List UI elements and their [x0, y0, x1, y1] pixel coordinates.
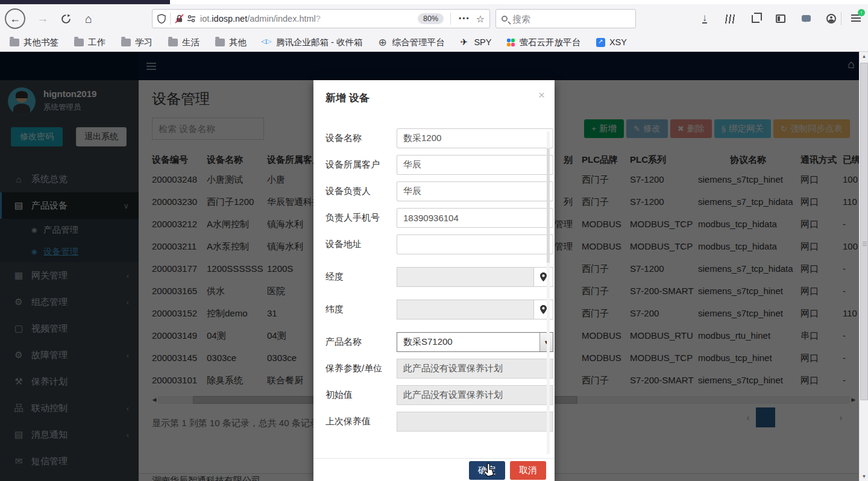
library-icon[interactable]	[725, 13, 735, 24]
tencent-mail-icon	[262, 39, 272, 46]
back-icon: ←	[5, 8, 25, 29]
globe-icon	[378, 39, 388, 46]
map-marker-button[interactable]	[533, 300, 553, 319]
form-field-row: 纬度	[326, 300, 542, 319]
product-select[interactable]: 数采S71200 ▼	[397, 332, 553, 352]
field-label: 设备所属客户	[326, 159, 397, 171]
download-icon[interactable]: ↓	[699, 13, 710, 24]
disabled-input: 此产品没有设置保养计划	[397, 359, 553, 379]
browser-vertical-scrollbar[interactable]: ▲ ▼	[859, 52, 868, 481]
spy-icon	[460, 39, 470, 46]
scroll-down-icon[interactable]: ▼	[860, 474, 868, 479]
bookmark-item[interactable]: 萤石云开放平台	[507, 37, 580, 48]
browser-search-box[interactable]	[495, 9, 636, 28]
browser-search-input[interactable]	[512, 14, 621, 24]
field-label: 设备名称	[326, 133, 397, 144]
field-label: 保养参数/单位	[326, 363, 397, 374]
url-text[interactable]: iot.idosp.net/admin/index.html?	[200, 14, 418, 24]
reload-button[interactable]	[57, 4, 75, 33]
field-label: 设备地址	[326, 239, 397, 250]
field-label: 初始值	[326, 389, 397, 401]
browser-window: ← → ⌂ iot.idosp.net/ad	[0, 0, 868, 481]
form-field-row: 设备地址	[326, 234, 542, 254]
bookmark-label: 综合管理平台	[392, 37, 444, 48]
update-badge-icon: ↑	[858, 9, 865, 16]
messages-icon[interactable]	[800, 13, 811, 24]
folder-icon	[10, 39, 19, 46]
form-field-row: 负责人手机号 18390936104	[326, 208, 542, 228]
close-icon[interactable]: ×	[538, 89, 545, 102]
zoom-badge[interactable]: 80%	[418, 13, 444, 24]
bookmark-item[interactable]: 其他书签	[10, 37, 58, 48]
bookmark-item[interactable]: XSY	[596, 37, 627, 47]
disabled-input	[397, 412, 553, 432]
sidebar-panel-icon[interactable]	[775, 13, 786, 24]
search-icon	[502, 16, 508, 22]
home-button[interactable]: ⌂	[80, 4, 98, 33]
divider	[450, 13, 451, 25]
text-input[interactable]: 数采1200	[397, 128, 553, 148]
bookmarks-bar: 其他书签 工作 学习 生活 其他 腾讯企业邮箱 - 收件箱 综合管理平台	[0, 33, 868, 52]
shield-icon[interactable]	[157, 14, 166, 24]
home-icon: ⌂	[85, 12, 92, 26]
form-field-row: 设备名称 数采1200	[326, 128, 542, 148]
text-input[interactable]	[397, 234, 553, 254]
scroll-up-icon[interactable]: ▲	[860, 54, 868, 59]
bookmark-label: 工作	[88, 37, 105, 48]
bookmark-item[interactable]: 生活	[168, 37, 200, 48]
form-field-row: 产品名称 数采S71200	[326, 332, 542, 352]
text-input[interactable]: 18390936104	[397, 208, 553, 228]
divider	[841, 12, 841, 25]
bookmark-label: 萤石云开放平台	[519, 37, 580, 48]
web-page: ⌂ hignton2019 系统管理员 修改密码 退出系统 ⌂ 系统总览 ▤ 产…	[0, 52, 868, 481]
chevron-down-icon[interactable]: ▼	[539, 333, 553, 351]
modal-title: 新增 设备	[326, 92, 370, 104]
modal-scrollbar[interactable]	[547, 131, 550, 454]
bookmark-item[interactable]: 其他	[215, 37, 247, 48]
screenshot-icon[interactable]	[750, 13, 761, 24]
bookmark-item[interactable]: 腾讯企业邮箱 - 收件箱	[262, 37, 362, 48]
bookmark-item[interactable]: 工作	[74, 37, 105, 48]
field-label: 纬度	[326, 304, 397, 315]
scrollbar-thumb[interactable]	[860, 63, 868, 400]
modal-body: 设备名称 数采1200	[313, 114, 555, 432]
form-field-row: 初始值 此产品没有设置保养计划	[326, 385, 542, 405]
text-input[interactable]: 华辰	[397, 181, 553, 201]
ezviz-icon	[507, 39, 515, 46]
xsy-icon	[596, 38, 605, 47]
bookmark-label: 生活	[182, 37, 200, 48]
menu-icon[interactable]: ↑	[851, 13, 862, 25]
url-bar[interactable]: iot.idosp.net/admin/index.html? 80% ••• …	[152, 9, 490, 28]
map-marker-button[interactable]	[533, 267, 553, 287]
form-field-row: 保养参数/单位 此产品没有设置保养计划	[326, 359, 542, 379]
add-device-modal: 新增 设备 × 设备名称 数采1200	[313, 80, 555, 481]
account-icon[interactable]	[826, 13, 837, 24]
bookmark-label: 腾讯企业邮箱 - 收件箱	[276, 37, 362, 48]
bookmark-label: 其他书签	[24, 37, 58, 48]
lock-slash-icon[interactable]	[175, 14, 184, 24]
field-label: 经度	[326, 271, 397, 283]
modal-footer: 确定 取消	[313, 458, 555, 481]
bookmark-item[interactable]: 综合管理平台	[378, 37, 444, 48]
field-label: 设备负责人	[326, 186, 397, 197]
map-marker-icon	[540, 305, 547, 314]
bookmark-star-icon[interactable]: ☆	[476, 13, 485, 25]
field-label: 上次保养值	[326, 416, 397, 427]
text-input[interactable]: 华辰	[397, 155, 553, 175]
folder-icon	[168, 39, 178, 46]
back-button[interactable]: ←	[4, 4, 27, 33]
bookmark-item[interactable]: 学习	[121, 37, 153, 48]
forward-button[interactable]: →	[34, 4, 52, 33]
page-actions-button[interactable]: •••	[459, 14, 470, 23]
bookmark-label: XSY	[609, 37, 627, 47]
form-field-row: 设备负责人 华辰	[326, 181, 542, 201]
coordinate-input	[397, 267, 533, 287]
bookmark-item[interactable]: SPY	[460, 37, 491, 47]
bookmark-label: 其他	[229, 37, 247, 48]
folder-icon	[215, 39, 225, 46]
mouse-cursor-hand	[482, 463, 495, 479]
cancel-button[interactable]: 取消	[510, 461, 546, 480]
window-title-strip	[0, 0, 170, 4]
map-marker-icon	[540, 272, 547, 281]
permissions-icon[interactable]	[187, 14, 196, 23]
